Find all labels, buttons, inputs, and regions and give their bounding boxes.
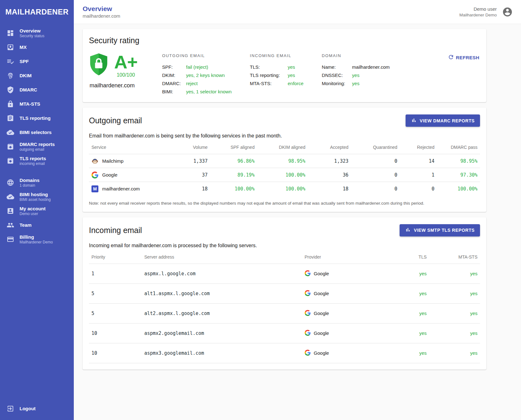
shield-lock-icon [89,53,108,77]
cloud-check-icon [7,193,14,201]
nav-divider-gap [0,168,74,175]
bar-chart-icon [411,117,417,124]
google-icon [305,290,311,297]
security-rating-title: Security rating [89,36,480,45]
sidebar-item-logout[interactable]: Logout [0,401,74,416]
header-left: Overview mailhardener.com [83,5,120,19]
sidebar-item-overview[interactable]: OverviewSecurity status [0,26,74,40]
table-header-row: Priority Server address Provider TLS MTA… [89,250,480,264]
sidebar: MAILHARDENER OverviewSecurity status MX … [0,0,74,420]
provider-name: Google [314,291,329,296]
security-score: 100/100 [114,72,138,78]
table-row: 5 alt2.aspmx.l.google.com Google yes yes [89,303,480,323]
brand-logo: MAILHARDENER [0,0,74,24]
domain-name: mailhardener.com [352,63,389,71]
sidebar-nav: OverviewSecurity status MX SPF DKIM DMAR… [0,24,74,246]
user-name: Demo user [459,6,497,12]
google-icon [305,350,311,357]
tray-down-icon [7,157,14,165]
service-name: Mailchimp [102,158,124,164]
bimi-status: yes, 1 selector known [186,88,231,96]
top-header: Overview mailhardener.com Demo user Mail… [74,0,521,24]
table-row: Mailchimp 1,337 96.86% 98.95% 1,323 0 14… [89,154,480,168]
sidebar-item-bimi-selectors[interactable]: BIMI selectors [0,125,74,139]
sidebar-item-team[interactable]: Team [0,218,74,232]
sidebar-item-my-account[interactable]: My accountDemo user [0,204,74,218]
server-address: aspmx3.googlemail.com [142,343,302,363]
tls-status: yes [288,63,295,71]
main-area: Overview mailhardener.com Demo user Mail… [74,0,521,420]
page-subtitle: mailhardener.com [83,13,120,19]
dmarc-status: reject [186,79,198,88]
fingerprint-icon [7,72,14,79]
incoming-description: Incoming email for mailhardener.com is p… [89,243,480,248]
table-row: 10 aspmx3.googlemail.com Google yes yes [89,343,480,363]
page-title: Overview [83,5,120,13]
google-icon [305,330,311,337]
domain-column: DOMAIN Name:mailhardener.com DNSSEC:yes … [322,53,389,96]
server-address: alt1.aspmx.l.google.com [142,283,302,303]
clipboard-icon [7,114,14,122]
sidebar-item-tls-reports[interactable]: TLS reportsincoming email [0,154,74,168]
account-box-icon [7,207,14,215]
mta-sts-status: enforce [288,79,303,88]
outgoing-description: Email from mailhardener.com is being sen… [89,133,480,139]
mailchimp-icon [91,158,98,165]
refresh-button[interactable]: REFRESH [447,53,480,62]
credit-card-icon [7,236,14,243]
sidebar-item-dmarc[interactable]: DMARC [0,83,74,97]
move-to-inbox-icon [7,44,14,51]
mailhardener-m-icon: M [91,185,98,192]
sidebar-item-mta-sts[interactable]: MTA-STS [0,97,74,111]
sidebar-item-spf[interactable]: SPF [0,54,74,68]
provider-name: Google [314,350,329,356]
sidebar-item-tls-reporting[interactable]: TLS reporting [0,111,74,125]
incoming-servers-table: Priority Server address Provider TLS MTA… [89,250,480,363]
account-circle-icon [502,7,513,17]
lock-icon [7,100,14,108]
incoming-email-card: Incoming email VIEW SMTP TLS REPORTS Inc… [83,217,486,370]
incoming-email-title: Incoming email [89,226,142,235]
refresh-icon [448,54,454,61]
server-address: aspmx2.googlemail.com [142,323,302,343]
user-org: Mailhardener Demo [459,12,497,18]
table-header-row: Service Volume SPF aligned DKIM aligned … [89,141,480,154]
dnssec-status: yes [352,71,359,79]
outgoing-note: Note: not every email receiver reports t… [89,201,480,206]
provider-name: Google [314,311,329,316]
rated-domain: mailhardener.com [90,82,162,89]
table-row: 5 alt1.aspmx.l.google.com Google yes yes [89,283,480,303]
security-rating-card: Security rating A+ 100/100 [83,29,486,102]
account-menu-button[interactable] [502,7,513,17]
verified-shield-icon [7,86,14,94]
sidebar-item-dmarc-reports[interactable]: DMARC reportsoutgoing email [0,139,74,154]
sidebar-item-bimi-hosting[interactable]: BIMI hostingBIMI asset hosting [0,190,74,204]
content: Security rating A+ 100/100 [74,24,521,420]
rating-block: A+ 100/100 mailhardener.com [89,53,162,89]
cloud-check-icon [7,129,14,136]
outgoing-email-title: Outgoing email [89,116,142,125]
sidebar-item-dkim[interactable]: DKIM [0,68,74,83]
people-icon [7,221,14,229]
spf-status: fail (reject) [186,63,208,71]
google-icon [91,172,98,178]
monitoring-status: yes [352,79,359,88]
user-info: Demo user Mailhardener Demo [459,6,497,18]
sidebar-item-billing[interactable]: BillingMailhardener Demo [0,232,74,246]
sidebar-item-domains[interactable]: Domains1 domain [0,175,74,190]
security-columns: OUTGOING EMAIL SPF:fail (reject) DKIM:ye… [162,53,447,96]
header-right: Demo user Mailhardener Demo [459,6,513,18]
tray-up-icon [7,143,14,150]
sidebar-item-mx[interactable]: MX [0,40,74,54]
dashboard-icon [7,29,14,37]
security-grade: A+ [114,53,138,71]
logout-icon [7,405,14,412]
outgoing-services-table: Service Volume SPF aligned DKIM aligned … [89,141,480,196]
outgoing-email-card: Outgoing email VIEW DMARC REPORTS Email … [83,108,486,212]
view-smtp-tls-reports-button[interactable]: VIEW SMTP TLS REPORTS [400,224,480,236]
view-dmarc-reports-button[interactable]: VIEW DMARC REPORTS [406,114,480,127]
bar-chart-icon [405,227,411,234]
tls-reporting-status: yes [288,71,295,79]
table-row: 1 aspmx.l.google.com Google yes yes [89,264,480,283]
incoming-email-column: INCOMING EMAIL TLS:yes TLS reporting:yes… [250,53,303,96]
